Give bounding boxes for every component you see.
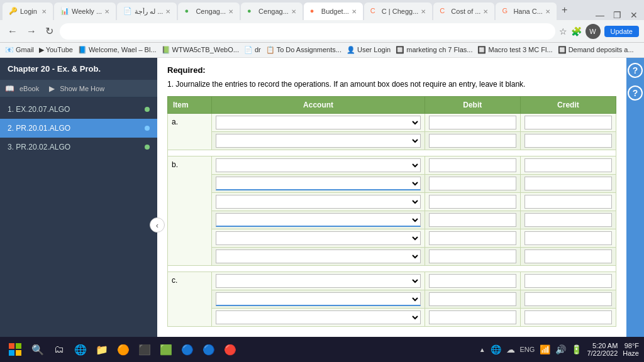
debit-input-b5[interactable]: [429, 231, 516, 245]
debit-input-a2[interactable]: [429, 134, 516, 148]
app8-taskbar-icon[interactable]: 🔵: [200, 341, 218, 358]
language-indicator[interactable]: ENG: [520, 346, 535, 353]
sidebar-item-pr2002[interactable]: 3. PR.20.02.ALGO: [0, 138, 157, 156]
office-taskbar-icon[interactable]: 🟠: [114, 341, 132, 358]
debit-input-b2[interactable]: [429, 177, 516, 190]
profile-icon[interactable]: W: [586, 24, 601, 39]
wifi-icon[interactable]: 📶: [540, 344, 550, 354]
showme-tab[interactable]: Show Me How: [60, 85, 104, 92]
update-button[interactable]: Update: [604, 26, 639, 37]
tab-weekly[interactable]: 📊 Weekly ... ✕: [54, 3, 116, 20]
task-view-button[interactable]: 🗂: [50, 341, 68, 358]
credit-input-b4[interactable]: [525, 213, 612, 227]
tab-cost[interactable]: C Cost of ... ✕: [433, 3, 494, 20]
bookmark-todo[interactable]: 📋 To Do Assignments...: [266, 46, 341, 54]
credit-input-c3[interactable]: [525, 310, 612, 324]
bookmark-icon[interactable]: ☆: [559, 26, 567, 36]
account-select-a1[interactable]: [216, 116, 420, 129]
time-display[interactable]: 5:20 AM 7/22/2022: [587, 342, 618, 357]
close-button[interactable]: ✕: [626, 10, 641, 20]
account-select-b2[interactable]: [216, 177, 420, 190]
network-icon[interactable]: 🌐: [491, 344, 501, 354]
new-tab-button[interactable]: +: [558, 4, 571, 16]
debit-input-c3[interactable]: [429, 310, 516, 324]
debit-input-c2[interactable]: [429, 292, 516, 306]
collapse-sidebar-button[interactable]: ‹: [150, 217, 165, 233]
credit-input-a1[interactable]: [525, 116, 612, 129]
close-icon[interactable]: ✕: [291, 8, 296, 15]
search-taskbar-button[interactable]: 🔍: [29, 341, 47, 358]
edge-taskbar-icon[interactable]: 🌐: [72, 341, 89, 358]
files-taskbar-icon[interactable]: 📁: [93, 341, 111, 358]
back-button[interactable]: ←: [5, 25, 20, 38]
extensions-icon[interactable]: 🧩: [571, 26, 582, 36]
credit-input-c2[interactable]: [525, 292, 612, 306]
close-icon[interactable]: ✕: [483, 8, 488, 15]
credit-input-b2[interactable]: [525, 177, 612, 190]
restore-button[interactable]: ❐: [609, 10, 625, 20]
address-input[interactable]: v2.cengagenow.com/ilrn/takeAssignment/ta…: [60, 23, 555, 40]
tab-label-cengage1: Cengag...: [196, 8, 226, 15]
credit-input-a2[interactable]: [525, 134, 612, 148]
help-button-2[interactable]: ?: [628, 85, 643, 101]
volume-icon[interactable]: 🔊: [555, 344, 566, 354]
sidebar-item-pr2001[interactable]: 2. PR.20.01.ALGO: [0, 119, 157, 138]
close-icon[interactable]: ✕: [545, 8, 550, 15]
tab-chegg1[interactable]: C C | Chegg... ✕: [364, 3, 433, 20]
minimize-button[interactable]: —: [592, 10, 608, 20]
excel-taskbar-icon[interactable]: 🟩: [157, 341, 175, 358]
tab-cengage1[interactable]: ● Cengag... ✕: [178, 3, 240, 20]
account-select-b1[interactable]: [216, 158, 420, 172]
sidebar-item-ex2007[interactable]: 1. EX.20.07.ALGO: [0, 100, 157, 119]
close-icon[interactable]: ✕: [104, 8, 109, 15]
tab-cengage2[interactable]: ● Cengag... ✕: [241, 3, 303, 20]
bookmark-gmail[interactable]: 📧 Gmail: [5, 46, 34, 54]
account-select-c3[interactable]: [216, 310, 420, 324]
ebook-tab[interactable]: eBook: [19, 85, 39, 92]
refresh-button[interactable]: ↻: [43, 24, 56, 38]
debit-input-c1[interactable]: [429, 274, 516, 288]
debit-input-b3[interactable]: [429, 195, 516, 209]
close-icon[interactable]: ✕: [228, 8, 233, 15]
tab-arabic[interactable]: 📄 له رأجة ... ✕: [117, 3, 177, 20]
tab-hana[interactable]: G Hana C... ✕: [496, 3, 556, 20]
help-button-1[interactable]: ?: [628, 63, 643, 78]
bookmark-demand[interactable]: 🔲 Demand deposits a...: [558, 46, 634, 54]
credit-input-b6[interactable]: [525, 250, 612, 263]
debit-input-a1[interactable]: [429, 116, 516, 129]
bookmark-macro[interactable]: 🔲 Macro test 3 MC Fl...: [477, 46, 552, 54]
bookmark-dr[interactable]: 📄 dr: [244, 46, 261, 54]
forward-button[interactable]: →: [24, 25, 39, 38]
account-select-a2[interactable]: [216, 134, 420, 148]
account-select-b6[interactable]: [216, 250, 420, 263]
up-arrow-icon[interactable]: ▲: [479, 346, 486, 353]
credit-input-b3[interactable]: [525, 195, 612, 209]
start-button[interactable]: [5, 339, 25, 359]
credit-input-c1[interactable]: [525, 274, 612, 288]
account-select-b3[interactable]: [216, 195, 420, 209]
clock-date: 7/22/2022: [587, 349, 618, 357]
close-icon[interactable]: ✕: [42, 8, 47, 15]
debit-input-b4[interactable]: [429, 213, 516, 227]
tab-login[interactable]: 🔑 Login ✕: [3, 3, 53, 20]
app7-taskbar-icon[interactable]: 🔵: [179, 341, 196, 358]
account-select-c1[interactable]: [216, 274, 420, 288]
credit-input-b1[interactable]: [525, 158, 612, 172]
credit-input-b5[interactable]: [525, 231, 612, 245]
account-select-b5[interactable]: [216, 231, 420, 245]
account-select-b4[interactable]: [216, 213, 420, 227]
debit-input-b6[interactable]: [429, 250, 516, 263]
close-icon[interactable]: ✕: [352, 8, 357, 15]
account-select-c2[interactable]: [216, 292, 420, 306]
bookmark-welcome[interactable]: 📘 Welcome, Wael – Bl...: [78, 46, 157, 54]
bookmark-marketing[interactable]: 🔲 marketing ch 7 Flas...: [396, 46, 472, 54]
debit-input-b1[interactable]: [429, 158, 516, 172]
bookmark-wtwa[interactable]: 📗 WTWA5cTB_WebO...: [162, 46, 239, 54]
close-icon[interactable]: ✕: [421, 8, 426, 15]
close-icon[interactable]: ✕: [165, 8, 170, 15]
chrome-taskbar-icon[interactable]: 🔴: [221, 341, 239, 358]
bookmark-userlogin[interactable]: 👤 User Login: [347, 46, 391, 54]
bookmark-youtube[interactable]: ▶ YouTube: [39, 46, 73, 54]
app5-taskbar-icon[interactable]: ⬛: [136, 341, 153, 358]
tab-budget[interactable]: ● Budget... ✕: [304, 3, 363, 20]
